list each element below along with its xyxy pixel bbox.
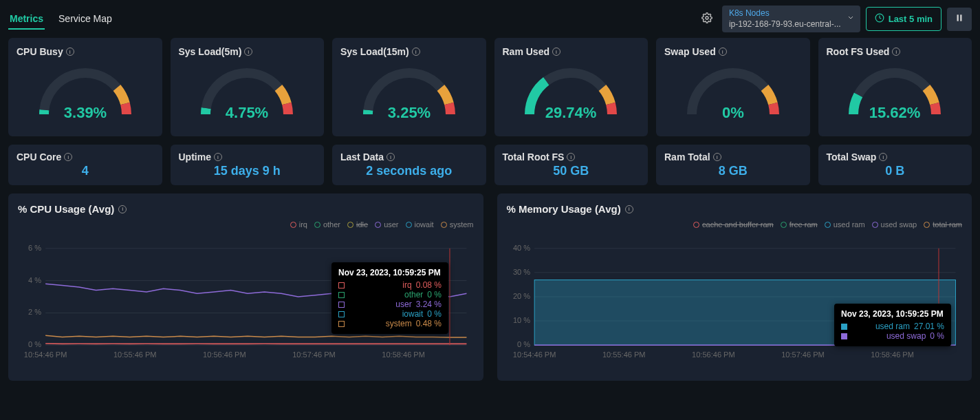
stat-value: 8 GB bbox=[664, 164, 802, 178]
chart-legend: cache and buffer ramfree ramused ramused… bbox=[507, 220, 963, 229]
timerange-button[interactable]: Last 5 min bbox=[866, 7, 941, 31]
gauge-card: Sys Load(5m)i 4.75% bbox=[171, 38, 325, 136]
gauge: 29.74% bbox=[503, 63, 640, 128]
legend-item[interactable]: used swap bbox=[872, 220, 917, 229]
info-icon[interactable]: i bbox=[386, 153, 395, 161]
svg-text:6 %: 6 % bbox=[28, 244, 41, 252]
gauge: 3.39% bbox=[17, 63, 154, 128]
memory-usage-chart-card: % Memory Usage (Avg) i cache and buffer … bbox=[497, 193, 972, 381]
svg-text:10:55:46 PM: 10:55:46 PM bbox=[602, 351, 645, 359]
svg-text:10:56:46 PM: 10:56:46 PM bbox=[203, 351, 246, 359]
svg-text:0%: 0% bbox=[722, 104, 744, 121]
gauge-title: Root FS Usedi bbox=[827, 46, 964, 57]
svg-text:10:55:46 PM: 10:55:46 PM bbox=[113, 351, 157, 359]
svg-point-0 bbox=[706, 17, 708, 19]
info-icon[interactable]: i bbox=[412, 48, 420, 56]
svg-text:15.62%: 15.62% bbox=[869, 104, 921, 121]
stat-card: Ram Totali 8 GB bbox=[656, 145, 810, 185]
svg-text:40 %: 40 % bbox=[512, 244, 530, 252]
gauge-title: Ram Usedi bbox=[503, 46, 640, 57]
pause-button[interactable] bbox=[947, 8, 972, 31]
svg-text:2 %: 2 % bbox=[28, 308, 41, 317]
info-icon[interactable]: i bbox=[244, 48, 252, 56]
svg-text:10:58:46 PM: 10:58:46 PM bbox=[382, 351, 425, 359]
legend-item[interactable]: total ram bbox=[924, 220, 962, 229]
gauge-title: CPU Busyi bbox=[17, 46, 154, 57]
legend-item[interactable]: system bbox=[441, 220, 474, 229]
gauge-title: Sys Load(15m)i bbox=[340, 46, 478, 57]
settings-button[interactable] bbox=[697, 10, 717, 29]
legend-item[interactable]: iowait bbox=[406, 220, 434, 229]
stat-card: CPU Corei 4 bbox=[8, 145, 162, 185]
svg-text:4.75%: 4.75% bbox=[226, 104, 268, 121]
stat-title: Total Swapi bbox=[827, 151, 964, 162]
info-icon[interactable]: i bbox=[64, 153, 72, 161]
stat-card: Total Swapi 0 B bbox=[818, 145, 972, 185]
chevron-down-icon bbox=[847, 13, 855, 25]
gauge-card: Root FS Usedi 15.62% bbox=[818, 38, 972, 136]
stat-card: Last Datai 2 seconds ago bbox=[332, 145, 486, 185]
gauge: 3.25% bbox=[340, 63, 478, 128]
stat-value: 50 GB bbox=[503, 164, 640, 178]
chart-title: % Memory Usage (Avg) i bbox=[507, 203, 963, 215]
svg-rect-3 bbox=[960, 14, 961, 21]
chart-tooltip: Nov 23, 2023, 10:59:25 PMirq0.08 %other0… bbox=[331, 262, 448, 334]
gauge-title: Swap Usedi bbox=[664, 46, 802, 57]
legend-item[interactable]: free ram bbox=[781, 220, 818, 229]
stats-row: CPU Corei 4Uptimei 15 days 9 hLast Datai… bbox=[0, 136, 980, 193]
legend-item[interactable]: used ram bbox=[825, 220, 865, 229]
gauge: 15.62% bbox=[827, 63, 964, 128]
tab-metrics[interactable]: Metrics bbox=[8, 9, 45, 30]
cpu-usage-chart-card: % CPU Usage (Avg) i irqotheridleuseriowa… bbox=[8, 193, 483, 381]
svg-text:20 %: 20 % bbox=[512, 292, 530, 300]
legend-item[interactable]: other bbox=[314, 220, 340, 229]
info-icon[interactable]: i bbox=[552, 48, 560, 56]
gauge-card: Sys Load(15m)i 3.25% bbox=[332, 38, 486, 136]
legend-item[interactable]: cache and buffer ram bbox=[693, 220, 774, 229]
stat-title: CPU Corei bbox=[17, 151, 154, 162]
info-icon[interactable]: i bbox=[713, 153, 721, 161]
info-icon[interactable]: i bbox=[567, 153, 575, 161]
gauge: 4.75% bbox=[179, 63, 316, 128]
gauge-card: CPU Busyi 3.39% bbox=[8, 38, 162, 136]
charts-row: % CPU Usage (Avg) i irqotheridleuseriowa… bbox=[0, 193, 980, 389]
gauge-title: Sys Load(5m)i bbox=[179, 46, 316, 57]
stat-value: 0 B bbox=[827, 164, 964, 178]
info-icon[interactable]: i bbox=[66, 48, 74, 56]
clock-icon bbox=[875, 13, 884, 25]
node-selector-label: K8s Nodes bbox=[729, 8, 841, 19]
svg-text:3.39%: 3.39% bbox=[64, 104, 107, 121]
svg-rect-2 bbox=[957, 14, 959, 21]
gauge: 0% bbox=[664, 63, 802, 128]
legend-item[interactable]: idle bbox=[347, 220, 368, 229]
svg-text:3.25%: 3.25% bbox=[388, 104, 431, 121]
svg-text:29.74%: 29.74% bbox=[545, 104, 597, 121]
info-icon[interactable]: i bbox=[625, 205, 633, 213]
stat-title: Last Datai bbox=[340, 151, 478, 162]
timerange-label: Last 5 min bbox=[889, 14, 933, 24]
svg-text:4 %: 4 % bbox=[28, 276, 41, 284]
stat-card: Total Root FSi 50 GB bbox=[494, 145, 649, 185]
stat-title: Total Root FSi bbox=[503, 151, 640, 162]
svg-text:0 %: 0 % bbox=[28, 340, 41, 348]
stat-title: Ram Totali bbox=[664, 151, 802, 162]
node-selector[interactable]: K8s Nodes ip-192-168-79-93.eu-central-..… bbox=[722, 6, 860, 32]
chart-plot[interactable]: 0 %10 %20 %30 %40 %10:54:46 PM10:55:46 P… bbox=[507, 231, 963, 369]
info-icon[interactable]: i bbox=[719, 48, 727, 56]
info-icon[interactable]: i bbox=[892, 48, 900, 56]
svg-text:0 %: 0 % bbox=[517, 340, 530, 348]
gauge-card: Swap Usedi 0% bbox=[656, 38, 810, 136]
info-icon[interactable]: i bbox=[879, 153, 887, 161]
info-icon[interactable]: i bbox=[118, 205, 127, 213]
stat-value: 4 bbox=[17, 164, 154, 178]
svg-text:10:56:46 PM: 10:56:46 PM bbox=[692, 351, 735, 359]
gauge-row: CPU Busyi 3.39%Sys Load(5m)i 4.75%Sys Lo… bbox=[0, 38, 980, 136]
gauge-card: Ram Usedi 29.74% bbox=[494, 38, 649, 136]
legend-item[interactable]: irq bbox=[290, 220, 307, 229]
chart-legend: irqotheridleuseriowaitsystem bbox=[18, 220, 474, 229]
info-icon[interactable]: i bbox=[214, 153, 222, 161]
pause-icon bbox=[955, 13, 964, 25]
legend-item[interactable]: user bbox=[375, 220, 398, 229]
tab-service-map[interactable]: Service Map bbox=[57, 9, 113, 30]
topbar: Metrics Service Map K8s Nodes ip-192-168… bbox=[0, 0, 980, 38]
